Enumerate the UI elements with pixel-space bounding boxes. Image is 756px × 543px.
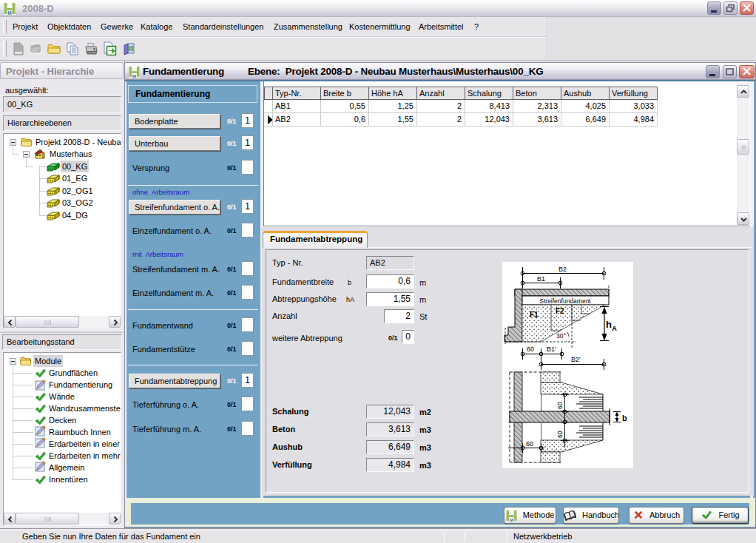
svg-text:B1': B1'	[547, 345, 556, 353]
svg-text:Streifenfundament: Streifenfundament	[539, 297, 591, 305]
svg-text:F2: F2	[556, 307, 564, 315]
svg-text:M: M	[510, 518, 513, 522]
svg-text:B2': B2'	[571, 356, 581, 363]
svg-text:F1: F1	[530, 311, 539, 319]
svg-text:B2: B2	[558, 266, 567, 273]
svg-text:b: b	[622, 414, 627, 422]
svg-text:30°: 30°	[556, 332, 566, 340]
svg-text:60: 60	[556, 431, 564, 438]
svg-text:A: A	[612, 324, 617, 332]
svg-text:60: 60	[527, 345, 534, 353]
svg-text:B1: B1	[537, 275, 545, 283]
svg-text:60: 60	[556, 402, 564, 409]
svg-text:M: M	[132, 74, 136, 78]
svg-text:h: h	[606, 319, 612, 330]
svg-text:M: M	[7, 10, 11, 15]
svg-text:60: 60	[526, 440, 533, 448]
